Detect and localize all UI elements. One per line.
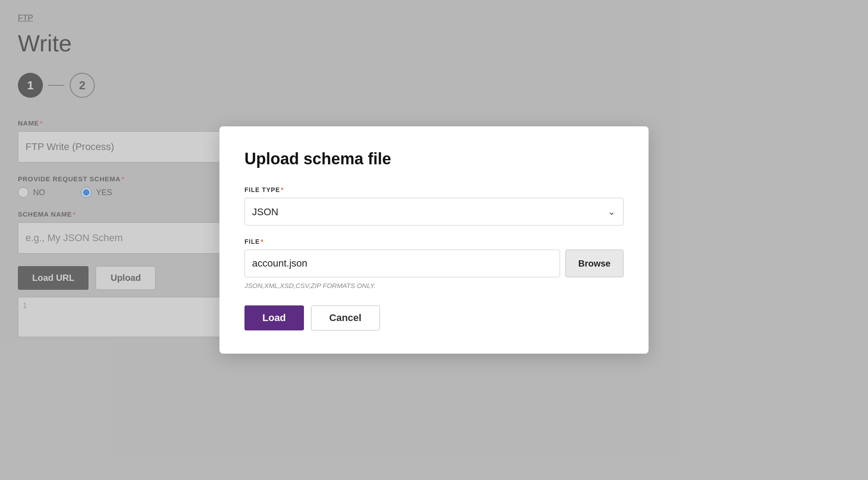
modal-title: Upload schema file [244, 150, 624, 168]
file-type-label: FILE TYPE* [244, 186, 624, 193]
modal-button-row: Load Cancel [244, 305, 624, 330]
upload-schema-modal: Upload schema file FILE TYPE* JSON XML X… [219, 126, 649, 354]
file-label: FILE* [244, 238, 624, 245]
load-button[interactable]: Load [244, 305, 304, 330]
file-format-hint: JSON,XML,XSD,CSV,ZIP FORMATS ONLY. [244, 282, 624, 289]
file-input-row: Browse [244, 250, 624, 277]
file-text-input[interactable] [244, 250, 560, 277]
cancel-button[interactable]: Cancel [311, 305, 380, 330]
file-type-select[interactable]: JSON XML XSD CSV ZIP [244, 198, 624, 225]
file-type-section: FILE TYPE* JSON XML XSD CSV ZIP ⌄ [244, 186, 624, 225]
modal-overlay: Upload schema file FILE TYPE* JSON XML X… [0, 0, 868, 480]
file-type-select-wrapper: JSON XML XSD CSV ZIP ⌄ [244, 198, 624, 225]
file-type-required: * [281, 186, 284, 193]
browse-button[interactable]: Browse [565, 250, 624, 277]
file-required: * [261, 238, 263, 245]
file-section: FILE* Browse JSON,XML,XSD,CSV,ZIP FORMAT… [244, 238, 624, 289]
